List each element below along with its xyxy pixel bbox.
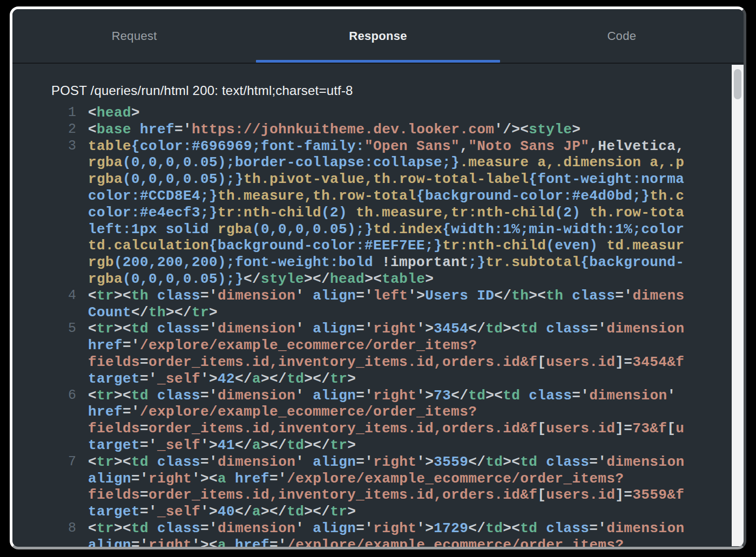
line-number	[12, 188, 76, 205]
code-row: rgba(0,0,0,0.05);}th.pivot-value,th.row-…	[12, 171, 744, 188]
line-number	[12, 371, 76, 388]
code-text: left:1px solid rgba(0,0,0,0.05);}td.inde…	[88, 221, 684, 238]
code-text: target='_self'>42</a></td></tr>	[88, 371, 356, 388]
code-text: rgb(200,200,200);font-weight:bold !impor…	[88, 254, 684, 271]
line-number	[12, 437, 76, 454]
line-number: 7	[12, 454, 76, 471]
code-rows: 1<head>2<base href='https://johnkuitheme…	[12, 105, 744, 547]
tab-request-label: Request	[112, 29, 157, 43]
scrollbar-thumb[interactable]	[734, 69, 741, 99]
code-text: rgba(0,0,0,0.05);}</style></head><table>	[88, 271, 434, 288]
line-number	[12, 271, 76, 288]
line-number	[12, 404, 76, 420]
code-text: href='/explore/example_ecommerce/order_i…	[88, 337, 477, 354]
line-number: 8	[12, 520, 76, 537]
code-text: <base href='https://johnkuitheme.dev.loo…	[88, 121, 580, 138]
line-number	[12, 537, 76, 547]
code-row: left:1px solid rgba(0,0,0,0.05);}td.inde…	[12, 221, 744, 238]
tab-bar: Request Response Code	[12, 9, 744, 64]
line-number	[12, 221, 76, 238]
code-text: fields=order_items.id,inventory_items.id…	[88, 420, 684, 437]
tab-request[interactable]: Request	[12, 9, 256, 63]
tab-code-label: Code	[607, 29, 636, 43]
code-row: align='right'><a href='/explore/example_…	[12, 471, 744, 487]
code-row: href='/explore/example_ecommerce/order_i…	[12, 337, 744, 354]
line-number: 4	[12, 288, 76, 304]
line-number: 6	[12, 388, 76, 404]
code-text: rgba(0,0,0,0.05);border-collapse:collaps…	[88, 154, 684, 171]
line-number	[12, 471, 76, 487]
code-text: color:#e4ecf3;}tr:nth-child(2) th.measur…	[88, 205, 684, 221]
code-row: rgba(0,0,0,0.05);}</style></head><table>	[12, 271, 744, 288]
tab-response[interactable]: Response	[256, 9, 500, 63]
code-text: <tr><td class='dimension' align='right'>…	[88, 520, 684, 537]
line-number: 5	[12, 321, 76, 337]
code-row: 4<tr><th class='dimension' align='left'>…	[12, 288, 744, 304]
code-row: 2<base href='https://johnkuitheme.dev.lo…	[12, 121, 744, 138]
code-text: fields=order_items.id,inventory_items.id…	[88, 487, 684, 504]
response-status-line: POST /queries/run/html 200: text/html;ch…	[51, 83, 722, 98]
line-number	[12, 304, 76, 321]
line-number	[12, 171, 76, 188]
line-number: 2	[12, 121, 76, 138]
code-row: 7<tr><td class='dimension' align='right'…	[12, 454, 744, 471]
code-text: <tr><td class='dimension' align='right'>…	[88, 454, 684, 471]
code-text: target='_self'>41</a></td></tr>	[88, 437, 356, 454]
code-row: target='_self'>42</a></td></tr>	[12, 371, 744, 388]
code-text: align='right'><a href='/explore/example_…	[88, 471, 624, 487]
code-text: Count</th></tr>	[88, 304, 218, 321]
code-row: 3table{color:#696969;font-family:"Open S…	[12, 138, 744, 155]
code-row: align='right'><a href='/explore/example_…	[12, 537, 744, 547]
line-number: 1	[12, 105, 76, 121]
code-text: <head>	[88, 105, 140, 121]
code-row: fields=order_items.id,inventory_items.id…	[12, 420, 744, 437]
code-row: rgb(200,200,200);font-weight:bold !impor…	[12, 254, 744, 271]
code-row: fields=order_items.id,inventory_items.id…	[12, 354, 744, 371]
code-row: target='_self'>40</a></td></tr>	[12, 504, 744, 520]
line-number	[12, 205, 76, 221]
response-dialog: Request Response Code POST /queries/run/…	[10, 6, 746, 549]
line-number	[12, 154, 76, 171]
tab-response-label: Response	[349, 29, 407, 43]
code-row: rgba(0,0,0,0.05);border-collapse:collaps…	[12, 154, 744, 171]
code-row: td.calculation{background-color:#EEF7EE;…	[12, 237, 744, 254]
code-text: align='right'><a href='/explore/example_…	[88, 537, 624, 547]
line-number	[12, 420, 76, 437]
code-text: rgba(0,0,0,0.05);}th.pivot-value,th.row-…	[88, 171, 684, 188]
code-row: target='_self'>41</a></td></tr>	[12, 437, 744, 454]
code-text: table{color:#696969;font-family:"Open Sa…	[88, 138, 684, 155]
code-text: td.calculation{background-color:#EEF7EE;…	[88, 237, 684, 254]
code-row: 8<tr><td class='dimension' align='right'…	[12, 520, 744, 537]
code-text: color:#CCD8E4;}th.measure,th.row-total{b…	[88, 188, 684, 205]
code-text: <tr><td class='dimension' align='right'>…	[88, 388, 676, 404]
line-number	[12, 337, 76, 354]
code-row: 5<tr><td class='dimension' align='right'…	[12, 321, 744, 337]
line-number	[12, 354, 76, 371]
code-text: fields=order_items.id,inventory_items.id…	[88, 354, 684, 371]
active-tab-indicator	[256, 60, 500, 63]
code-row: color:#CCD8E4;}th.measure,th.row-total{b…	[12, 188, 744, 205]
code-row: Count</th></tr>	[12, 304, 744, 321]
code-text: <tr><td class='dimension' align='right'>…	[88, 321, 684, 337]
vertical-scrollbar[interactable]	[732, 65, 744, 546]
line-number	[12, 237, 76, 254]
code-text: href='/explore/example_ecommerce/order_i…	[88, 404, 477, 420]
line-number	[12, 504, 76, 520]
response-body: POST /queries/run/html 200: text/html;ch…	[12, 64, 744, 547]
code-row: href='/explore/example_ecommerce/order_i…	[12, 404, 744, 420]
tab-code[interactable]: Code	[500, 9, 744, 63]
line-number	[12, 487, 76, 504]
code-row: fields=order_items.id,inventory_items.id…	[12, 487, 744, 504]
code-row: color:#e4ecf3;}tr:nth-child(2) th.measur…	[12, 205, 744, 221]
line-number: 3	[12, 138, 76, 155]
code-text: <tr><th class='dimension' align='left'>U…	[88, 288, 684, 304]
code-row: 1<head>	[12, 105, 744, 121]
code-row: 6<tr><td class='dimension' align='right'…	[12, 388, 744, 404]
code-text: target='_self'>40</a></td></tr>	[88, 504, 356, 520]
line-number	[12, 254, 76, 271]
